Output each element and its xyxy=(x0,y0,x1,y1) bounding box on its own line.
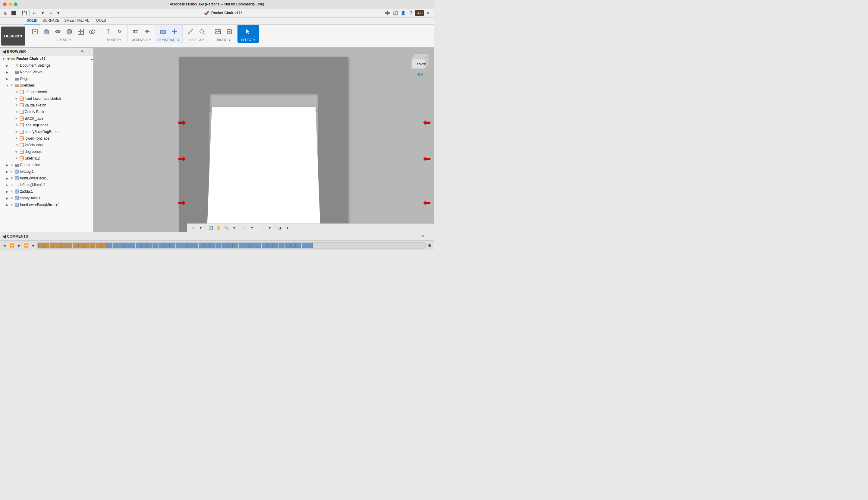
measure-tool[interactable] xyxy=(185,26,196,37)
zoom-tool[interactable]: 🔍 xyxy=(223,225,230,231)
orbit-tool[interactable]: 🔄 xyxy=(207,225,214,231)
grid-icon[interactable]: ⊞ xyxy=(2,10,9,16)
timeline-settings-icon[interactable]: ⚙ xyxy=(426,242,433,249)
2a3da-eye[interactable]: 👁 xyxy=(10,189,14,194)
timeline-item-2[interactable] xyxy=(50,243,55,248)
timeline-item-1[interactable] xyxy=(44,243,49,248)
comments-resize-icon[interactable]: ⋮ xyxy=(427,234,431,239)
display-mode-tool[interactable]: ⬜ xyxy=(241,225,248,231)
undo-button[interactable]: ↩ xyxy=(31,10,38,16)
timeline-item-20[interactable] xyxy=(153,243,158,248)
llm-toggle[interactable]: ▶ xyxy=(5,182,10,187)
timeline-item-39[interactable] xyxy=(262,243,267,248)
tree-lower-front-tabs[interactable]: 👁 lowerFrontTabs xyxy=(0,135,93,142)
timeline-item-6[interactable] xyxy=(73,243,78,248)
doc-settings-toggle[interactable]: ▶ xyxy=(5,63,10,68)
doc-settings-eye[interactable]: 👁 xyxy=(10,63,14,68)
timeline-item-10[interactable] xyxy=(95,243,101,248)
timeline-item-29[interactable] xyxy=(204,243,210,248)
construct-axis-tool[interactable] xyxy=(169,26,180,37)
timeline-start-button[interactable]: ⏮ xyxy=(1,242,8,249)
insert-extra-tool[interactable] xyxy=(224,26,235,37)
new-component-tool[interactable] xyxy=(30,26,40,37)
zoom-dropdown[interactable]: ▾ xyxy=(231,225,238,231)
timeline-item-42[interactable] xyxy=(279,243,284,248)
browser-settings-icon[interactable]: ⚙ xyxy=(80,49,85,54)
tree-doc-settings[interactable]: ▶ 👁 ⚙ Document Settings xyxy=(0,62,93,69)
snap-dropdown[interactable]: ▾ xyxy=(197,225,204,231)
sync-icon[interactable]: 🔄 xyxy=(392,10,398,16)
timeline-item-15[interactable] xyxy=(124,243,130,248)
browser-resize-icon[interactable]: ⋮ xyxy=(86,49,91,54)
insert-image-tool[interactable] xyxy=(212,26,223,37)
leftleg-eye[interactable]: 👁 xyxy=(10,169,14,174)
timeline-item-46[interactable] xyxy=(302,243,307,248)
redo-button[interactable]: ↪ xyxy=(47,10,54,16)
construction-toggle[interactable]: ▶ xyxy=(5,162,10,167)
tree-dog-bones[interactable]: 👁 dog bones xyxy=(0,148,93,155)
comments-collapse-icon[interactable]: ◀ xyxy=(2,234,6,239)
view-cube[interactable]: FRONT xyxy=(410,51,431,72)
tree-back-tabs[interactable]: 👁 BACK_tabs xyxy=(0,115,93,122)
grid-tool[interactable]: ⊞ xyxy=(258,225,266,231)
axis-x-icon[interactable] xyxy=(417,73,420,76)
pattern-tool[interactable] xyxy=(76,26,86,37)
formula-tool[interactable]: fx xyxy=(114,26,125,37)
construct-plane-tool[interactable] xyxy=(158,26,169,37)
tree-legs-dog-bones[interactable]: 👁 legsDogBones xyxy=(0,122,93,128)
origin-eye[interactable]: 👁 xyxy=(10,76,14,81)
revolve-tool[interactable] xyxy=(53,26,63,37)
tree-frontlowerface-1[interactable]: ▶ 👁 frontLowerFace:1 xyxy=(0,175,93,182)
flf-sketch-eye[interactable]: 👁 xyxy=(14,96,19,101)
root-eye-icon[interactable]: 👁 xyxy=(6,56,11,61)
timeline-item-5[interactable] xyxy=(67,243,72,248)
snap-tool[interactable]: ⊕ xyxy=(189,225,197,231)
timeline-item-31[interactable] xyxy=(216,243,221,248)
tree-named-views[interactable]: ▶ 👁 Named Views xyxy=(0,69,93,76)
timeline-item-25[interactable] xyxy=(182,243,187,248)
undo-dropdown[interactable]: ▾ xyxy=(39,10,46,16)
tree-2a3da-1[interactable]: ▶ 👁 2a3da:1 xyxy=(0,188,93,195)
timeline-end-button[interactable]: ⏭ xyxy=(30,242,37,249)
timeline-item-16[interactable] xyxy=(130,243,135,248)
timeline-item-37[interactable] xyxy=(250,243,256,248)
timeline-prev-button[interactable]: ⏪ xyxy=(9,242,15,249)
dog-bones-eye[interactable]: 👁 xyxy=(14,149,19,154)
redo-dropdown[interactable]: ▾ xyxy=(55,10,61,16)
construction-eye[interactable]: 👁 xyxy=(10,162,14,167)
maximize-button[interactable] xyxy=(14,2,18,6)
2a3da-toggle[interactable]: ▶ xyxy=(5,189,10,194)
timeline-item-47[interactable] xyxy=(308,243,313,248)
sketches-toggle[interactable]: ▼ xyxy=(5,83,10,88)
timeline-item-30[interactable] xyxy=(210,243,216,248)
tree-comfy-back-dog-bones[interactable]: 👁 comfyBackDogBones xyxy=(0,128,93,135)
timeline-item-38[interactable] xyxy=(256,243,261,248)
comfy-back-eye[interactable]: 👁 xyxy=(14,110,19,114)
joint-tool[interactable] xyxy=(130,26,141,37)
tree-comfy-back[interactable]: 👁 Comfy Back xyxy=(0,109,93,115)
timeline-play-button[interactable]: ▶ xyxy=(16,242,22,249)
timeline-item-14[interactable] xyxy=(118,243,124,248)
render-dropdown[interactable]: ▾ xyxy=(284,225,291,231)
inspect-extra-tool[interactable] xyxy=(197,26,207,37)
timeline-item-32[interactable] xyxy=(221,243,227,248)
select-tool[interactable] xyxy=(243,26,254,37)
tree-sketch12[interactable]: 👁 Sketch12 xyxy=(0,155,93,162)
flf-toggle[interactable]: ▶ xyxy=(5,176,10,181)
timeline-item-36[interactable] xyxy=(244,243,250,248)
grid-dropdown[interactable]: ▾ xyxy=(266,225,273,231)
combine-tool[interactable] xyxy=(87,26,98,37)
timeline-item-21[interactable] xyxy=(159,243,164,248)
press-pull-tool[interactable] xyxy=(103,26,114,37)
close-button[interactable] xyxy=(3,2,7,6)
extrude-tool[interactable] xyxy=(41,26,52,37)
timeline-item-8[interactable] xyxy=(84,243,90,248)
sketch12-eye[interactable]: 👁 xyxy=(14,156,19,161)
timeline-item-12[interactable] xyxy=(107,243,113,248)
timeline-item-33[interactable] xyxy=(227,243,233,248)
timeline-item-35[interactable] xyxy=(239,243,244,248)
timeline-item-11[interactable] xyxy=(101,243,107,248)
timeline-item-22[interactable] xyxy=(164,243,170,248)
tree-leftleg-mirror-1[interactable]: ▶ 👁 leftLeg(Mirror):1 xyxy=(0,182,93,188)
comments-panel[interactable]: ◀ COMMENTS ⚙ ⋮ xyxy=(0,232,434,240)
